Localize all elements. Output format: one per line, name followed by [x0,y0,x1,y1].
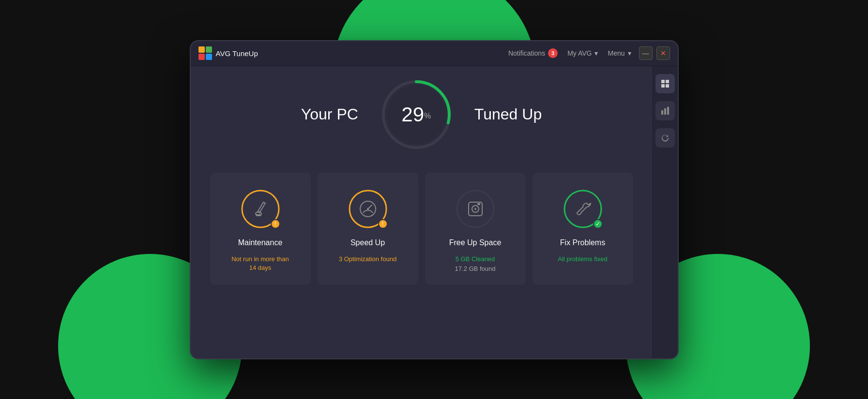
header-nav: Notifications 3 My AVG ▾ Menu ▾ [508,48,631,58]
card-fixproblems[interactable]: ✓ Fix Problems All problems fixed [533,173,633,285]
card-status: All problems fixed [558,255,608,264]
status-badge-warning: ! [378,219,388,229]
app-header: AVG TuneUp Notifications 3 My AVG ▾ Menu… [191,41,678,66]
card-freespace[interactable]: Free Up Space 5 GB Cleaned17.2 GB found [425,173,526,285]
card-status-area: Not run in more than14 days [231,255,289,272]
card-icon-wrapper: ! [239,187,282,231]
svg-rect-29 [664,108,666,115]
card-title: Fix Problems [560,238,605,247]
svg-rect-3 [206,54,212,60]
menu-button[interactable]: Menu ▾ [608,49,631,57]
window-controls: — ✕ [639,46,670,60]
card-speedup[interactable]: ! Speed Up 3 Optimization found [318,173,418,285]
main-content: Your PC 29% [191,66,653,358]
score-inner-circle: 29% [387,86,445,144]
svg-rect-30 [667,107,669,115]
notification-count: 3 [548,48,558,58]
sidebar-grid-icon[interactable] [655,74,675,93]
card-status-secondary: 17.2 GB found [455,265,496,273]
right-sidebar [653,66,678,358]
status-badge-success: ✓ [593,219,603,229]
status-badge-warning: ! [271,219,280,229]
card-status-area: 3 Optimization found [339,255,396,264]
notifications-button[interactable]: Notifications 3 [508,48,558,58]
cards-row: ! Maintenance Not run in more than14 day… [210,173,633,285]
sidebar-refresh-icon[interactable] [655,128,675,148]
score-value: 29 [401,103,424,126]
card-maintenance[interactable]: ! Maintenance Not run in more than14 day… [210,173,311,285]
card-icon-wrapper: ✓ [561,187,605,231]
app-title: AVG TuneUp [216,49,258,58]
card-status: 3 Optimization found [339,255,396,264]
background: AVG TuneUp Notifications 3 My AVG ▾ Menu… [0,0,868,399]
score-circle: 29% [378,76,455,153]
svg-rect-25 [666,80,669,83]
card-title: Free Up Space [449,238,502,247]
score-suffix: Tuned Up [474,105,542,123]
minimize-button[interactable]: — [639,46,653,60]
close-button[interactable]: ✕ [656,46,670,60]
card-icon-wrapper [454,187,497,231]
avg-logo-icon [198,46,212,60]
svg-rect-28 [661,110,663,115]
svg-point-17 [457,191,494,227]
svg-rect-2 [198,54,205,60]
svg-rect-26 [661,84,665,88]
score-prefix: Your PC [301,105,358,123]
card-status: Not run in more than14 days [231,255,289,272]
app-logo: AVG TuneUp [198,46,258,60]
card-ring [454,187,497,231]
svg-rect-1 [206,46,212,53]
score-section: Your PC 29% [210,76,633,153]
card-status-area: 5 GB Cleaned17.2 GB found [455,255,496,273]
card-status-primary: 5 GB Cleaned [456,255,495,264]
card-status-area: All problems fixed [558,255,608,264]
score-percent: % [424,111,431,119]
app-body: Your PC 29% [191,66,678,358]
svg-rect-0 [198,46,205,53]
card-icon-wrapper: ! [346,187,390,231]
svg-rect-24 [661,80,665,83]
svg-rect-27 [666,84,669,88]
card-title: Speed Up [350,238,385,247]
card-title: Maintenance [238,238,283,247]
score-display: 29% [401,103,431,126]
sidebar-chart-icon[interactable] [655,101,675,120]
laptop-frame: AVG TuneUp Notifications 3 My AVG ▾ Menu… [190,40,679,359]
my-avg-button[interactable]: My AVG ▾ [567,49,598,57]
